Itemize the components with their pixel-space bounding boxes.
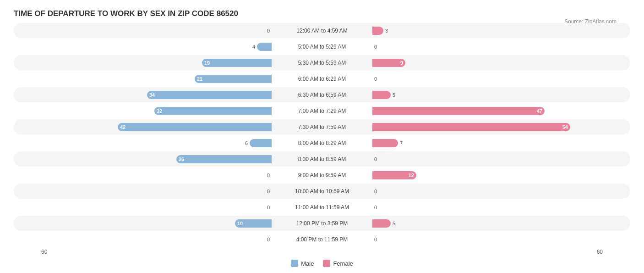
female-value-inside: 12 (409, 173, 414, 178)
chart-row: 0 9:00 AM to 9:59 AM 12 12 (14, 167, 630, 183)
female-value-inside: 9 (400, 60, 403, 66)
chart-row: 0 10:00 AM to 10:59 AM 0 (14, 184, 630, 199)
female-value-zero: 0 (372, 237, 377, 242)
time-label: 10:00 AM to 10:59 AM (272, 188, 372, 195)
female-bars: 5 (372, 219, 603, 228)
male-bar: 19 (202, 59, 272, 67)
time-label: 8:30 AM to 8:59 AM (272, 156, 372, 162)
male-value-zero: 0 (267, 28, 272, 33)
female-bars: 12 12 (372, 171, 603, 180)
chart-row: 0 11:00 AM to 11:59 AM 0 (14, 200, 630, 215)
male-bar: 42 (118, 123, 272, 131)
female-bars: 0 (372, 74, 603, 84)
legend-female-box (323, 260, 330, 267)
female-bars: 9 9 (372, 58, 603, 67)
female-bars: 0 (372, 187, 603, 196)
time-label: 12:00 PM to 3:59 PM (272, 220, 372, 227)
male-bars: 0 (41, 26, 272, 35)
female-bars: 0 (372, 42, 603, 51)
chart-row: 32 32 7:00 AM to 7:29 AM 47 47 (14, 103, 630, 118)
time-label: 7:00 AM to 7:29 AM (272, 108, 372, 114)
male-bars: 0 (41, 171, 272, 180)
male-value-inside: 42 (120, 124, 126, 130)
female-bar (372, 27, 383, 35)
axis-left: 60 (41, 249, 47, 255)
male-bars: 0 (41, 235, 272, 244)
male-bar: 26 (176, 155, 272, 163)
female-value-inside: 47 (537, 108, 542, 114)
female-bars: 54 54 (372, 123, 603, 132)
male-value-inside: 32 (157, 108, 162, 114)
chart-row: 10 10 12:00 PM to 3:59 PM 5 (14, 216, 630, 231)
time-label: 5:30 AM to 5:59 AM (272, 60, 372, 66)
axis-labels: 60 60 (14, 249, 630, 255)
chart-row: 34 34 6:30 AM to 6:59 AM 5 (14, 87, 630, 102)
female-value-zero: 0 (372, 189, 377, 194)
chart-row: 4 5:00 AM to 5:29 AM 0 (14, 39, 630, 54)
legend-male-label: Male (301, 260, 314, 267)
time-label: 8:00 AM to 8:29 AM (272, 140, 372, 146)
male-value-inside: 34 (149, 92, 155, 98)
chart-title: TIME OF DEPARTURE TO WORK BY SEX IN ZIP … (14, 9, 630, 18)
time-label: 12:00 AM to 4:59 AM (272, 28, 372, 34)
male-value-zero: 0 (267, 205, 272, 210)
chart-row: 6 8:00 AM to 8:29 AM 7 (14, 135, 630, 150)
female-bar: 47 (372, 107, 545, 115)
male-value-inside: 26 (179, 156, 184, 162)
male-value-zero: 0 (267, 189, 272, 194)
time-label: 7:30 AM to 7:59 AM (272, 124, 372, 130)
male-bars: 10 10 (41, 219, 272, 228)
female-bar (372, 91, 391, 99)
chart-row: 19 19 5:30 AM to 5:59 AM 9 9 (14, 55, 630, 70)
male-value-inside: 21 (197, 76, 202, 82)
female-value-outside: 5 (391, 221, 395, 226)
female-bar (372, 139, 398, 147)
female-value-zero: 0 (372, 205, 377, 210)
legend-female-label: Female (333, 260, 353, 267)
chart-row: 0 4:00 PM to 11:59 PM 0 (14, 232, 630, 247)
male-value-inside: 19 (204, 60, 210, 66)
female-bar: 9 (372, 59, 405, 67)
time-label: 6:30 AM to 6:59 AM (272, 92, 372, 98)
female-value-inside: 54 (562, 124, 568, 130)
female-bar (372, 219, 391, 228)
female-value-outside: 7 (398, 140, 403, 146)
male-bar: 32 (154, 107, 272, 115)
male-bars: 34 34 (41, 90, 272, 100)
male-bars: 26 26 (41, 155, 272, 164)
male-bars: 21 21 (41, 74, 272, 84)
female-bar: 54 (372, 123, 570, 131)
male-bar: 34 (147, 91, 272, 99)
female-bars: 0 (372, 155, 603, 164)
male-bar (250, 139, 272, 147)
male-bars: 42 42 (41, 123, 272, 132)
male-value-outside: 4 (252, 44, 257, 50)
female-bar: 12 (372, 171, 416, 179)
female-bars: 5 (372, 90, 603, 100)
male-bars: 0 (41, 187, 272, 196)
female-bars: 47 47 (372, 106, 603, 116)
male-value-zero: 0 (267, 237, 272, 242)
male-value-zero: 0 (267, 173, 272, 178)
female-bars: 0 (372, 235, 603, 244)
time-label: 9:00 AM to 9:59 AM (272, 172, 372, 178)
legend-male: Male (291, 260, 314, 267)
male-bars: 4 (41, 42, 272, 51)
female-value-zero: 0 (372, 76, 377, 82)
male-bar: 10 (235, 219, 272, 228)
chart-row: 26 26 8:30 AM to 8:59 AM 0 (14, 151, 630, 167)
time-label: 11:00 AM to 11:59 AM (272, 204, 372, 211)
male-bars: 6 (41, 139, 272, 148)
male-value-outside: 6 (245, 140, 250, 146)
female-bars: 7 (372, 139, 603, 148)
time-label: 5:00 AM to 5:29 AM (272, 44, 372, 50)
female-value-outside: 5 (391, 92, 395, 98)
female-bars: 0 (372, 203, 603, 212)
legend: Male Female (14, 260, 630, 267)
time-label: 4:00 PM to 11:59 PM (272, 236, 372, 243)
female-value-outside: 3 (383, 28, 388, 33)
male-bar: 21 (195, 75, 272, 83)
male-bars: 0 (41, 203, 272, 212)
male-bars: 19 19 (41, 58, 272, 67)
chart-row: 42 42 7:30 AM to 7:59 AM 54 54 (14, 119, 630, 134)
